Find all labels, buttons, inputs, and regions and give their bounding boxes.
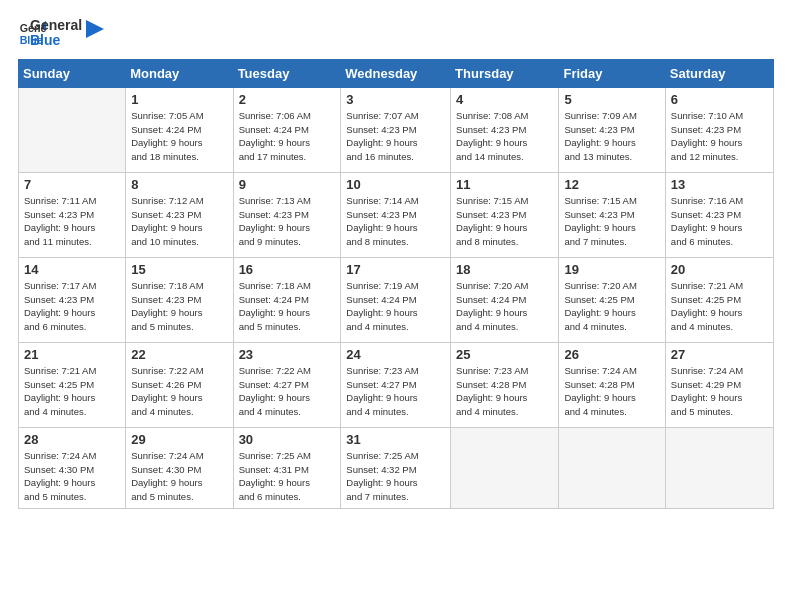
calendar-cell: 24Sunrise: 7:23 AMSunset: 4:27 PMDayligh…: [341, 342, 451, 427]
calendar-cell: 27Sunrise: 7:24 AMSunset: 4:29 PMDayligh…: [665, 342, 773, 427]
day-info: Sunrise: 7:25 AMSunset: 4:31 PMDaylight:…: [239, 449, 336, 504]
day-info: Sunrise: 7:05 AMSunset: 4:24 PMDaylight:…: [131, 109, 227, 164]
calendar-cell: 23Sunrise: 7:22 AMSunset: 4:27 PMDayligh…: [233, 342, 341, 427]
calendar-table: SundayMondayTuesdayWednesdayThursdayFrid…: [18, 59, 774, 509]
calendar-cell: 4Sunrise: 7:08 AMSunset: 4:23 PMDaylight…: [451, 87, 559, 172]
day-info: Sunrise: 7:15 AMSunset: 4:23 PMDaylight:…: [456, 194, 553, 249]
calendar-cell: 14Sunrise: 7:17 AMSunset: 4:23 PMDayligh…: [19, 257, 126, 342]
day-info: Sunrise: 7:14 AMSunset: 4:23 PMDaylight:…: [346, 194, 445, 249]
day-info: Sunrise: 7:15 AMSunset: 4:23 PMDaylight:…: [564, 194, 659, 249]
day-number: 4: [456, 92, 553, 107]
logo-blue: Blue: [30, 33, 82, 48]
calendar-cell: 5Sunrise: 7:09 AMSunset: 4:23 PMDaylight…: [559, 87, 665, 172]
calendar-cell: 28Sunrise: 7:24 AMSunset: 4:30 PMDayligh…: [19, 427, 126, 508]
calendar-cell: [665, 427, 773, 508]
calendar-cell: 12Sunrise: 7:15 AMSunset: 4:23 PMDayligh…: [559, 172, 665, 257]
logo-general: General: [30, 18, 82, 33]
page: General Blue General Blue SundayMondayTu…: [0, 0, 792, 612]
day-info: Sunrise: 7:08 AMSunset: 4:23 PMDaylight:…: [456, 109, 553, 164]
calendar-cell: 25Sunrise: 7:23 AMSunset: 4:28 PMDayligh…: [451, 342, 559, 427]
day-number: 15: [131, 262, 227, 277]
header: General Blue General Blue: [18, 18, 774, 49]
svg-marker-3: [86, 20, 104, 38]
day-info: Sunrise: 7:07 AMSunset: 4:23 PMDaylight:…: [346, 109, 445, 164]
day-info: Sunrise: 7:20 AMSunset: 4:25 PMDaylight:…: [564, 279, 659, 334]
calendar-cell: 8Sunrise: 7:12 AMSunset: 4:23 PMDaylight…: [126, 172, 233, 257]
day-number: 28: [24, 432, 120, 447]
calendar-cell: 21Sunrise: 7:21 AMSunset: 4:25 PMDayligh…: [19, 342, 126, 427]
day-info: Sunrise: 7:09 AMSunset: 4:23 PMDaylight:…: [564, 109, 659, 164]
day-info: Sunrise: 7:24 AMSunset: 4:30 PMDaylight:…: [131, 449, 227, 504]
day-info: Sunrise: 7:21 AMSunset: 4:25 PMDaylight:…: [671, 279, 768, 334]
calendar-cell: 13Sunrise: 7:16 AMSunset: 4:23 PMDayligh…: [665, 172, 773, 257]
day-info: Sunrise: 7:23 AMSunset: 4:27 PMDaylight:…: [346, 364, 445, 419]
weekday-header-row: SundayMondayTuesdayWednesdayThursdayFrid…: [19, 59, 774, 87]
day-number: 16: [239, 262, 336, 277]
logo: General Blue General Blue: [18, 18, 104, 49]
calendar-cell: 6Sunrise: 7:10 AMSunset: 4:23 PMDaylight…: [665, 87, 773, 172]
weekday-tuesday: Tuesday: [233, 59, 341, 87]
day-info: Sunrise: 7:12 AMSunset: 4:23 PMDaylight:…: [131, 194, 227, 249]
day-number: 26: [564, 347, 659, 362]
day-info: Sunrise: 7:18 AMSunset: 4:23 PMDaylight:…: [131, 279, 227, 334]
calendar-cell: 1Sunrise: 7:05 AMSunset: 4:24 PMDaylight…: [126, 87, 233, 172]
calendar-cell: 15Sunrise: 7:18 AMSunset: 4:23 PMDayligh…: [126, 257, 233, 342]
day-number: 6: [671, 92, 768, 107]
day-info: Sunrise: 7:20 AMSunset: 4:24 PMDaylight:…: [456, 279, 553, 334]
day-info: Sunrise: 7:16 AMSunset: 4:23 PMDaylight:…: [671, 194, 768, 249]
calendar-cell: 3Sunrise: 7:07 AMSunset: 4:23 PMDaylight…: [341, 87, 451, 172]
day-info: Sunrise: 7:25 AMSunset: 4:32 PMDaylight:…: [346, 449, 445, 504]
day-number: 27: [671, 347, 768, 362]
weekday-friday: Friday: [559, 59, 665, 87]
day-number: 14: [24, 262, 120, 277]
day-number: 13: [671, 177, 768, 192]
calendar-cell: [451, 427, 559, 508]
calendar-cell: 29Sunrise: 7:24 AMSunset: 4:30 PMDayligh…: [126, 427, 233, 508]
day-number: 11: [456, 177, 553, 192]
day-number: 12: [564, 177, 659, 192]
week-row-5: 28Sunrise: 7:24 AMSunset: 4:30 PMDayligh…: [19, 427, 774, 508]
calendar-cell: 26Sunrise: 7:24 AMSunset: 4:28 PMDayligh…: [559, 342, 665, 427]
day-info: Sunrise: 7:06 AMSunset: 4:24 PMDaylight:…: [239, 109, 336, 164]
calendar-cell: 2Sunrise: 7:06 AMSunset: 4:24 PMDaylight…: [233, 87, 341, 172]
weekday-sunday: Sunday: [19, 59, 126, 87]
week-row-4: 21Sunrise: 7:21 AMSunset: 4:25 PMDayligh…: [19, 342, 774, 427]
day-number: 9: [239, 177, 336, 192]
calendar-cell: 30Sunrise: 7:25 AMSunset: 4:31 PMDayligh…: [233, 427, 341, 508]
day-number: 17: [346, 262, 445, 277]
day-number: 3: [346, 92, 445, 107]
calendar-cell: 7Sunrise: 7:11 AMSunset: 4:23 PMDaylight…: [19, 172, 126, 257]
calendar-cell: 10Sunrise: 7:14 AMSunset: 4:23 PMDayligh…: [341, 172, 451, 257]
calendar-cell: 20Sunrise: 7:21 AMSunset: 4:25 PMDayligh…: [665, 257, 773, 342]
day-number: 23: [239, 347, 336, 362]
day-info: Sunrise: 7:24 AMSunset: 4:28 PMDaylight:…: [564, 364, 659, 419]
day-number: 2: [239, 92, 336, 107]
day-info: Sunrise: 7:13 AMSunset: 4:23 PMDaylight:…: [239, 194, 336, 249]
day-number: 25: [456, 347, 553, 362]
day-number: 20: [671, 262, 768, 277]
day-info: Sunrise: 7:22 AMSunset: 4:27 PMDaylight:…: [239, 364, 336, 419]
day-number: 8: [131, 177, 227, 192]
day-info: Sunrise: 7:22 AMSunset: 4:26 PMDaylight:…: [131, 364, 227, 419]
day-number: 22: [131, 347, 227, 362]
logo-arrow-icon: [86, 20, 104, 38]
day-number: 31: [346, 432, 445, 447]
calendar-cell: 9Sunrise: 7:13 AMSunset: 4:23 PMDaylight…: [233, 172, 341, 257]
calendar-cell: 22Sunrise: 7:22 AMSunset: 4:26 PMDayligh…: [126, 342, 233, 427]
day-info: Sunrise: 7:19 AMSunset: 4:24 PMDaylight:…: [346, 279, 445, 334]
day-info: Sunrise: 7:18 AMSunset: 4:24 PMDaylight:…: [239, 279, 336, 334]
calendar-cell: 16Sunrise: 7:18 AMSunset: 4:24 PMDayligh…: [233, 257, 341, 342]
day-number: 21: [24, 347, 120, 362]
calendar-cell: [559, 427, 665, 508]
day-info: Sunrise: 7:24 AMSunset: 4:29 PMDaylight:…: [671, 364, 768, 419]
day-number: 5: [564, 92, 659, 107]
calendar-cell: [19, 87, 126, 172]
day-number: 7: [24, 177, 120, 192]
weekday-wednesday: Wednesday: [341, 59, 451, 87]
day-info: Sunrise: 7:10 AMSunset: 4:23 PMDaylight:…: [671, 109, 768, 164]
calendar-cell: 17Sunrise: 7:19 AMSunset: 4:24 PMDayligh…: [341, 257, 451, 342]
week-row-1: 1Sunrise: 7:05 AMSunset: 4:24 PMDaylight…: [19, 87, 774, 172]
day-number: 18: [456, 262, 553, 277]
day-info: Sunrise: 7:21 AMSunset: 4:25 PMDaylight:…: [24, 364, 120, 419]
day-number: 1: [131, 92, 227, 107]
